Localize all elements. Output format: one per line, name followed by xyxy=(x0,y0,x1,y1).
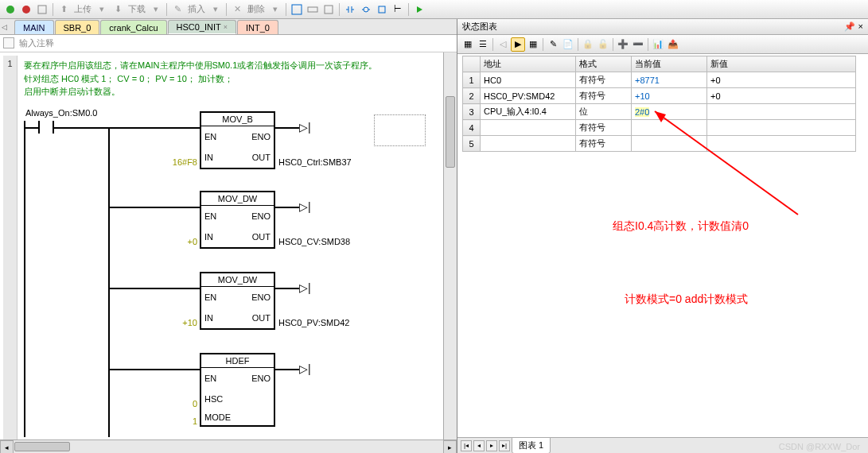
upload-label: 上传 xyxy=(72,3,93,15)
svg-rect-2 xyxy=(38,6,46,14)
editor-tabs: ◁ MAIN SBR_0 crank_Calcu HSC0_INIT× INT_… xyxy=(0,19,457,35)
status-chart-pane: 状态图表 📌 × ▦ ☰ ◁ ▶ ▦ ✎ 📄 🔒 🔓 ➕ ➖ 📊 📤 xyxy=(457,19,868,453)
status-toolbar: ▦ ☰ ◁ ▶ ▦ ✎ 📄 🔒 🔓 ➕ ➖ 📊 📤 xyxy=(457,35,868,54)
annotation-text-1: 组态I0.4高计数，计数值清0 xyxy=(613,219,749,234)
box-icon[interactable] xyxy=(375,2,389,17)
ladder-canvas[interactable]: 1 要在程序中启用该组态，请在MAIN主程序中使用SM0.1或者沿触发指令调用一… xyxy=(0,52,457,439)
tab-sbr[interactable]: SBR_0 xyxy=(55,20,100,34)
main-toolbar: ⬆ 上传 ▾ ⬇ 下载 ▾ ✎ 插入 ▾ ✕ 删除 ▾ ⊢ xyxy=(0,0,868,19)
download-icon[interactable]: ⬇ xyxy=(111,2,125,17)
insert-label: 插入 xyxy=(186,3,207,15)
vertical-scrollbar[interactable] xyxy=(443,52,457,439)
pin-in-val: 16#F8 xyxy=(163,157,197,167)
insert-row-icon[interactable]: ➕ xyxy=(616,37,630,52)
svg-line-8 xyxy=(655,111,798,215)
delete-label: 删除 xyxy=(246,3,267,15)
svg-rect-4 xyxy=(308,7,317,12)
tool-b-icon[interactable]: 📄 xyxy=(561,37,575,52)
comment-bar[interactable]: 输入注释 xyxy=(0,35,457,52)
block-mov-dw-2[interactable]: MOV_DW ENENO INOUT xyxy=(200,272,275,330)
svg-point-0 xyxy=(6,6,14,14)
col-format[interactable]: 格式 xyxy=(576,56,632,72)
tool-a-icon[interactable]: ✎ xyxy=(546,37,560,52)
stop-icon[interactable] xyxy=(19,2,33,17)
export-icon[interactable]: 📤 xyxy=(666,37,680,52)
last-icon[interactable]: ▸| xyxy=(499,440,510,451)
first-icon[interactable]: |◂ xyxy=(461,440,472,451)
eno-arrow-icon: ▷| xyxy=(299,200,311,213)
comment-icon xyxy=(3,37,14,48)
run-icon[interactable] xyxy=(3,2,18,17)
annotation-arrow xyxy=(647,103,806,223)
unlock-icon[interactable]: 🔓 xyxy=(596,37,610,52)
play-icon[interactable] xyxy=(412,2,426,17)
monitor-icon[interactable]: ▶ xyxy=(511,37,525,52)
col-new[interactable]: 新值 xyxy=(707,56,856,72)
lock-icon[interactable]: 🔒 xyxy=(581,37,595,52)
tab-crank[interactable]: crank_Calcu xyxy=(100,20,166,34)
insert-icon[interactable]: ✎ xyxy=(170,2,185,17)
svg-point-1 xyxy=(22,6,30,14)
tab-prev-icon[interactable]: ◁ xyxy=(2,23,10,34)
network-description: 要在程序中启用该组态，请在MAIN主程序中使用SM0.1或者沿触发指令调用一次该… xyxy=(24,59,447,99)
table-row[interactable]: 2 HSC0_PV:SMD42 有符号 +10 +0 xyxy=(463,88,856,104)
pin-out-val: HSC0_Ctrl:SMB37 xyxy=(278,157,352,167)
panel-title: 状态图表 xyxy=(462,21,497,33)
download-label: 下载 xyxy=(127,3,147,15)
grid-icon[interactable]: ▦ xyxy=(461,37,475,52)
eno-arrow-icon: ▷| xyxy=(299,121,311,134)
eno-arrow-icon: ▷| xyxy=(299,281,311,294)
delete-icon[interactable]: ✕ xyxy=(230,2,244,17)
tab-int[interactable]: INT_0 xyxy=(237,20,278,34)
table-row[interactable]: 1 HC0 有符号 +8771 +0 xyxy=(463,72,856,88)
chart-icon[interactable]: 📊 xyxy=(651,37,665,52)
svg-rect-3 xyxy=(292,5,302,14)
svg-rect-5 xyxy=(325,6,333,14)
annotation-text-2: 计数模式=0 add计数模式 xyxy=(625,292,748,307)
branch-icon[interactable]: ⊢ xyxy=(391,2,405,17)
tool-icon-2[interactable] xyxy=(306,2,320,17)
col-addr[interactable]: 地址 xyxy=(481,56,576,72)
close-icon[interactable]: × xyxy=(224,23,228,31)
svg-point-6 xyxy=(364,7,368,12)
block-mov-b[interactable]: MOV_B ENENO INOUT xyxy=(200,111,275,169)
network-number: 1 xyxy=(3,56,18,439)
list-icon[interactable]: ☰ xyxy=(476,37,490,52)
horizontal-scrollbar[interactable]: ◂ ▸ xyxy=(0,439,457,453)
comment-placeholder: 输入注释 xyxy=(19,37,54,49)
placeholder-box[interactable] xyxy=(374,114,426,146)
eno-arrow-icon: ▷| xyxy=(299,362,311,375)
block-hdef[interactable]: HDEF ENENO HSC MODE xyxy=(200,353,275,427)
table-corner xyxy=(463,56,481,72)
tab-hsc[interactable]: HSC0_INIT× xyxy=(168,20,237,34)
chart-tab-1[interactable]: 图表 1 xyxy=(512,437,551,453)
program-editor-pane: ◁ MAIN SBR_0 crank_Calcu HSC0_INIT× INT_… xyxy=(0,19,457,453)
watermark: CSDN @RXXW_Dor xyxy=(779,442,860,451)
contact-icon[interactable] xyxy=(343,2,357,17)
tool-icon-1[interactable] xyxy=(290,2,304,17)
col-current[interactable]: 当前值 xyxy=(632,56,707,72)
next-icon[interactable]: ▸ xyxy=(486,440,497,451)
prev-icon[interactable]: ◁ xyxy=(496,37,510,52)
svg-rect-7 xyxy=(379,6,385,13)
coil-icon[interactable] xyxy=(359,2,373,17)
close-icon[interactable]: × xyxy=(858,21,863,32)
compile-icon[interactable] xyxy=(35,2,49,17)
contact-label: Always_On:SM0.0 xyxy=(25,108,97,118)
svg-marker-9 xyxy=(655,111,666,122)
tab-main[interactable]: MAIN xyxy=(14,20,54,34)
upload-icon[interactable]: ⬆ xyxy=(56,2,71,17)
prev-icon[interactable]: ◂ xyxy=(473,440,485,451)
pin-icon[interactable]: 📌 xyxy=(844,21,855,32)
delete-row-icon[interactable]: ➖ xyxy=(631,37,645,52)
tool-icon-3[interactable] xyxy=(321,2,336,17)
status-chart-title-bar: 状态图表 📌 × xyxy=(457,19,868,35)
block-mov-dw-1[interactable]: MOV_DW ENENO INOUT xyxy=(200,191,275,249)
write-icon[interactable]: ▦ xyxy=(526,37,540,52)
